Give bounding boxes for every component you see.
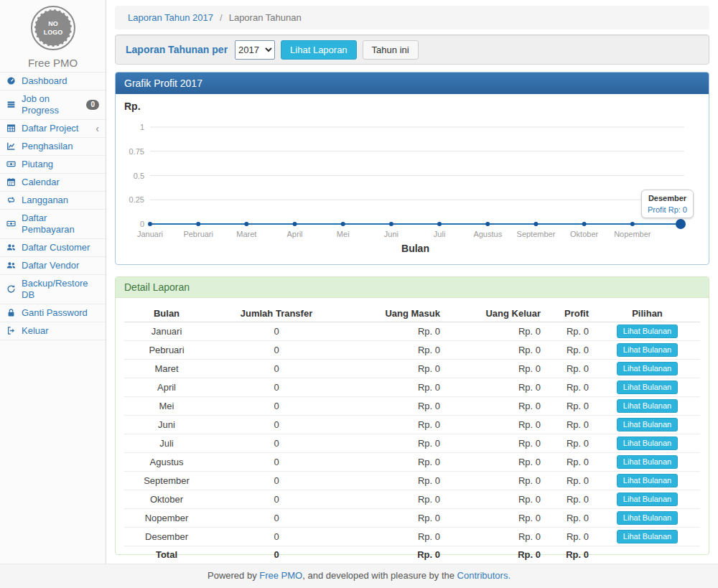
report-filter-form: Laporan Tahunan per 2017 Lihat Laporan T… [115,34,709,65]
sidebar-item-keluar[interactable]: Keluar [0,322,106,340]
main-content: Laporan Tahun 2017 / Laporan Tahunan Lap… [115,0,709,564]
view-monthly-button[interactable]: Lihat Bulanan [617,325,678,338]
breadcrumb-link-laporan-tahun[interactable]: Laporan Tahun 2017 [128,12,213,23]
breadcrumb: Laporan Tahun 2017 / Laporan Tahunan [115,6,709,29]
users-icon [6,261,17,271]
sidebar-item-label: Daftar Customer [22,242,90,253]
tasks-icon [6,100,17,110]
footer-link-free-pmo[interactable]: Free PMO [259,570,302,581]
logo-line2: LOGO [43,29,62,36]
sidebar-item-label: Backup/Restore DB [22,278,99,301]
footer-link-contributors[interactable]: Contributors. [457,570,510,581]
col-header-uang-keluar: Uang Keluar [446,305,546,322]
breadcrumb-current: Laporan Tahunan [229,12,302,23]
lock-icon [6,308,17,318]
detail-panel-title: Detail Laporan [116,277,709,298]
x-tick-label: Juli [434,230,446,238]
view-monthly-button[interactable]: Lihat Bulanan [617,437,678,450]
sidebar-item-penghasilan[interactable]: Penghasilan [0,137,106,155]
count-badge: 0 [86,100,99,110]
data-point [630,222,635,226]
table-row: Desember0Rp. 0Rp. 0Rp. 0Lihat Bulanan [124,528,700,546]
logo-block: NO LOGO Free PMO [0,0,106,72]
x-tick-label: Oktober [570,230,598,238]
data-point [293,222,297,226]
data-point [196,222,200,226]
breadcrumb-separator: / [220,12,223,23]
sidebar-item-backup-restore-db[interactable]: Backup/Restore DB [0,274,106,304]
footer-text-prefix: Powered by [208,570,259,581]
data-point [437,222,442,226]
app-name: Free PMO [0,57,106,69]
table-row: September0Rp. 0Rp. 0Rp. 0Lihat Bulanan [124,472,700,490]
view-monthly-button[interactable]: Lihat Bulanan [617,362,678,375]
table-row: Maret0Rp. 0Rp. 0Rp. 0Lihat Bulanan [124,360,700,378]
view-monthly-button[interactable]: Lihat Bulanan [617,455,678,469]
detail-panel-body: Bulan Jumlah Transfer Uang Masuk Uang Ke… [116,298,709,563]
sidebar-item-langganan[interactable]: Langganan [0,191,106,209]
view-monthly-button[interactable]: Lihat Bulanan [617,474,678,487]
x-tick-label: Mei [337,230,350,238]
footer-text-middle: , and developed with pleasure by the [302,570,457,581]
y-tick-label: 1 [140,123,144,131]
data-point [485,222,490,226]
x-tick-label: Nopember [614,230,651,238]
year-select[interactable]: 2017 [235,40,275,60]
sign-out-icon [6,326,17,336]
view-monthly-button[interactable]: Lihat Bulanan [617,511,678,525]
view-monthly-button[interactable]: Lihat Bulanan [617,493,678,506]
x-tick-label: September [517,230,556,238]
view-monthly-button[interactable]: Lihat Bulanan [617,343,678,357]
table-row: Juni0Rp. 0Rp. 0Rp. 0Lihat Bulanan [124,416,700,434]
sidebar-item-label: Penghasilan [22,141,73,152]
sidebar-item-piutang[interactable]: Piutang [0,155,106,173]
sidebar-item-daftar-customer[interactable]: Daftar Customer [0,238,106,256]
table-header-row: Bulan Jumlah Transfer Uang Masuk Uang Ke… [124,305,700,322]
sidebar-item-ganti-password[interactable]: Ganti Password [0,304,106,322]
view-monthly-button[interactable]: Lihat Bulanan [617,399,678,413]
sidebar-item-label: Piutang [22,159,53,170]
col-header-pilihan: Pilihan [595,305,700,322]
data-point [148,222,152,226]
chevron-left-icon: ‹ [95,124,99,133]
sidebar-item-label: Dashboard [22,75,67,87]
view-monthly-button[interactable]: Lihat Bulanan [617,418,678,431]
sidebar-item-dashboard[interactable]: Dashboard [0,72,106,90]
calendar-icon [6,177,17,187]
money-icon [6,219,17,229]
current-year-button[interactable]: Tahun ini [363,40,419,60]
footer: Powered by Free PMO, and developed with … [0,564,718,588]
x-tick-label: Pebruari [183,230,213,238]
col-header-uang-masuk: Uang Masuk [344,305,446,322]
col-header-profit: Profit [546,305,595,322]
data-point [389,222,393,226]
profit-chart-panel: Grafik Profit 2017 Rp.00.250.50.751Janua… [115,72,709,265]
view-monthly-button[interactable]: Lihat Bulanan [617,530,678,543]
sidebar-item-label: Keluar [22,325,49,337]
data-point [533,222,538,226]
data-point [341,222,345,226]
data-point-highlighted [676,219,686,229]
y-tick-label: 0.25 [129,195,144,204]
sidebar-item-daftar-project[interactable]: Daftar Project‹ [0,119,106,137]
view-monthly-button[interactable]: Lihat Bulanan [617,381,678,394]
view-report-button[interactable]: Lihat Laporan [281,40,357,60]
y-tick-label: 0.5 [134,172,144,180]
sidebar-item-calendar[interactable]: Calendar [0,173,106,191]
sidebar-item-label: Daftar Project [22,123,78,134]
table-row: Oktober0Rp. 0Rp. 0Rp. 0Lihat Bulanan [124,490,700,509]
chart-x-axis-label: Bulan [401,243,429,254]
report-table: Bulan Jumlah Transfer Uang Masuk Uang Ke… [124,305,700,563]
table-row: Pebruari0Rp. 0Rp. 0Rp. 0Lihat Bulanan [124,341,700,360]
sidebar-item-job-on-progress[interactable]: Job on Progress0 [0,90,106,119]
sidebar-item-daftar-vendor[interactable]: Daftar Vendor [0,256,106,274]
table-row: Nopember0Rp. 0Rp. 0Rp. 0Lihat Bulanan [124,509,700,528]
y-tick-label: 0 [140,220,144,228]
table-row: Januari0Rp. 0Rp. 0Rp. 0Lihat Bulanan [124,322,700,341]
tooltip-title: Desember [648,194,687,202]
sidebar-item-daftar-pembayaran[interactable]: Daftar Pembayaran [0,209,106,238]
sidebar-item-label: Job on Progress [22,93,81,116]
chart-y-axis-label: Rp. [124,101,141,112]
chart-tooltip: Desember Profit Rp: 0 [641,190,694,218]
col-header-jumlah-transfer: Jumlah Transfer [209,305,344,322]
